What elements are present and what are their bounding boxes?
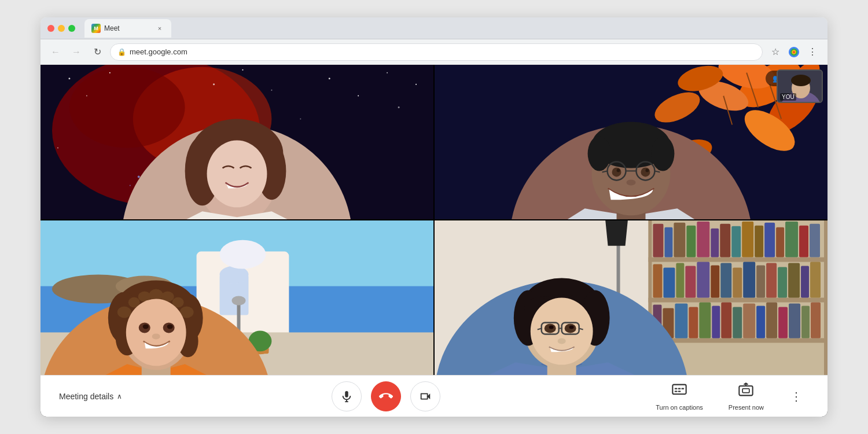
svg-point-54 (645, 168, 649, 172)
svg-point-7 (213, 83, 215, 85)
google-apps-button[interactable] (786, 44, 802, 60)
svg-rect-116 (663, 268, 675, 298)
svg-rect-101 (664, 227, 672, 258)
chevron-up-icon: ∧ (117, 392, 122, 400)
meet-icon: M (91, 24, 101, 33)
svg-rect-176 (678, 391, 681, 392)
svg-rect-109 (755, 226, 763, 258)
meeting-details-label: Meeting details (59, 392, 113, 401)
svg-point-44 (588, 137, 611, 171)
back-button[interactable]: ← (47, 44, 64, 60)
svg-rect-168 (345, 391, 348, 397)
tab-close-button[interactable]: × (155, 24, 164, 33)
svg-rect-121 (720, 263, 731, 298)
svg-point-4 (68, 78, 70, 79)
svg-point-52 (641, 167, 650, 176)
end-call-button[interactable] (371, 381, 401, 411)
svg-point-59 (791, 75, 811, 86)
svg-point-51 (612, 167, 621, 176)
svg-rect-117 (676, 263, 684, 298)
svg-rect-100 (653, 224, 663, 258)
svg-rect-172 (675, 388, 678, 389)
browser-tab[interactable]: M Meet × (84, 19, 171, 38)
svg-point-14 (300, 119, 301, 120)
center-controls (122, 381, 650, 411)
self-label: YOU (780, 93, 796, 101)
forward-button[interactable]: → (68, 44, 84, 60)
lock-icon: 🔒 (117, 48, 126, 56)
svg-rect-175 (675, 391, 678, 392)
svg-point-6 (109, 72, 111, 73)
more-options-button[interactable]: ⋮ (784, 384, 809, 409)
tab-bar: M Meet × (84, 19, 821, 38)
svg-rect-171 (672, 384, 686, 393)
svg-point-5 (86, 95, 87, 97)
svg-rect-125 (766, 263, 777, 298)
svg-rect-120 (711, 266, 719, 298)
svg-point-67 (220, 240, 266, 269)
svg-rect-107 (731, 226, 741, 258)
url-text: meet.google.com (130, 47, 187, 56)
svg-rect-128 (801, 266, 809, 298)
svg-point-11 (358, 95, 359, 97)
svg-point-13 (398, 106, 400, 108)
svg-point-82 (117, 306, 131, 318)
svg-point-17 (138, 175, 140, 178)
camera-button[interactable] (410, 381, 440, 411)
bottom-control-bar: Meeting details ∧ (41, 375, 827, 417)
end-call-icon (379, 389, 393, 403)
address-bar[interactable]: 🔒 meet.google.com (110, 43, 763, 61)
tab-favicon: M (91, 24, 101, 33)
svg-point-16 (415, 84, 417, 85)
video-cell-3 (41, 220, 433, 375)
svg-rect-110 (764, 223, 775, 258)
video-cell-4 (435, 220, 827, 375)
svg-point-19 (130, 185, 131, 186)
svg-rect-108 (742, 222, 753, 258)
svg-rect-126 (778, 267, 787, 298)
svg-point-55 (627, 179, 636, 185)
refresh-button[interactable]: ↻ (89, 44, 105, 60)
captions-button[interactable]: Turn on captions (650, 378, 709, 414)
toolbar-right: ☆ ⋮ (767, 44, 821, 60)
video-cell-1 (41, 65, 433, 219)
svg-rect-146 (824, 220, 827, 375)
svg-point-53 (617, 168, 620, 172)
meeting-details-button[interactable]: Meeting details ∧ (59, 392, 122, 401)
browser-more-button[interactable]: ⋮ (804, 44, 821, 60)
present-now-button[interactable]: Present now (723, 378, 770, 414)
traffic-light-green[interactable] (68, 25, 75, 32)
cell-2-svg (435, 65, 827, 219)
svg-rect-142 (789, 303, 800, 338)
microphone-button[interactable] (332, 381, 362, 411)
traffic-lights (47, 25, 75, 32)
mic-icon (340, 390, 353, 403)
svg-rect-139 (756, 306, 765, 338)
svg-rect-115 (653, 264, 662, 298)
svg-point-70 (232, 296, 246, 306)
svg-point-25 (207, 141, 267, 208)
svg-point-93 (167, 324, 173, 329)
svg-rect-119 (697, 262, 709, 298)
meet-content: 👥 5 💬 (41, 65, 827, 417)
svg-rect-118 (685, 266, 696, 298)
svg-point-94 (152, 333, 160, 339)
svg-rect-114 (810, 224, 820, 258)
svg-point-12 (387, 72, 388, 73)
svg-rect-135 (712, 306, 720, 338)
svg-rect-177 (740, 386, 753, 395)
svg-rect-105 (711, 229, 719, 258)
svg-rect-124 (756, 266, 765, 298)
video-grid: 👥 5 💬 (41, 65, 827, 375)
traffic-light-yellow[interactable] (58, 25, 65, 32)
svg-rect-132 (675, 303, 687, 338)
svg-point-166 (569, 325, 574, 329)
traffic-light-red[interactable] (47, 25, 54, 32)
video-cell-2: 👥 5 💬 (435, 65, 827, 219)
right-controls: Turn on captions Present now (650, 378, 809, 414)
svg-rect-102 (674, 223, 685, 258)
svg-point-89 (126, 299, 186, 366)
svg-rect-104 (697, 222, 709, 258)
svg-rect-129 (810, 262, 821, 298)
bookmark-button[interactable]: ☆ (767, 44, 784, 60)
